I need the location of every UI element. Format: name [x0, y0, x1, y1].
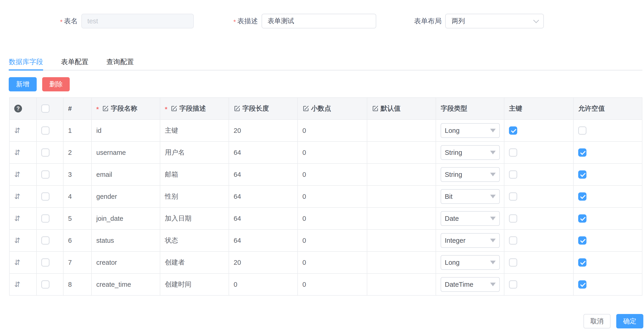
table-cell: Bit — [436, 186, 504, 208]
table-cell — [504, 274, 574, 296]
drag-sort-icon[interactable]: ⇵ — [14, 214, 20, 223]
primary-key-checkbox[interactable] — [509, 258, 517, 267]
row-select-checkbox[interactable] — [41, 258, 50, 267]
drag-sort-icon[interactable]: ⇵ — [14, 170, 20, 179]
form-item-form-layout: 表单布局 两列 — [414, 14, 544, 28]
drag-sort-icon[interactable]: ⇵ — [14, 126, 20, 135]
table-cell — [36, 164, 63, 186]
table-cell — [36, 230, 63, 252]
add-button[interactable]: 新增 — [9, 77, 37, 91]
row-select-checkbox[interactable] — [41, 236, 50, 245]
field-type-select[interactable]: Integer — [441, 233, 500, 248]
drag-sort-icon[interactable]: ⇵ — [14, 192, 20, 201]
field-type-select[interactable]: DateTime — [441, 277, 500, 292]
table-cell: 1 — [63, 120, 92, 142]
col-header-index: # — [63, 98, 92, 120]
table-cell — [367, 274, 436, 296]
caret-down-icon — [490, 173, 496, 176]
chevron-down-icon — [533, 17, 539, 23]
primary-key-checkbox[interactable] — [509, 236, 517, 245]
row-select-checkbox[interactable] — [41, 280, 50, 289]
table-cell: 64 — [229, 164, 298, 186]
field-type-select[interactable]: Date — [441, 211, 500, 226]
table-cell: ⇵ — [10, 252, 36, 274]
table-cell: 0 — [298, 164, 367, 186]
col-header-field-type: 字段类型 — [436, 98, 504, 120]
allow-null-checkbox[interactable] — [578, 170, 586, 179]
primary-key-checkbox[interactable] — [509, 148, 517, 157]
table-desc-input[interactable]: 表单测试 — [262, 14, 376, 28]
table-cell: 0 — [298, 208, 367, 230]
table-cell: 64 — [229, 142, 298, 164]
table-row: ⇵8create_time创建时间00DateTime — [10, 274, 642, 296]
row-select-checkbox[interactable] — [41, 192, 50, 201]
row-select-checkbox[interactable] — [41, 148, 50, 157]
confirm-button[interactable]: 确定 — [616, 314, 643, 329]
form-item-table-name: *表名 test — [60, 14, 194, 28]
allow-null-checkbox[interactable] — [578, 280, 586, 289]
field-type-value: String — [445, 149, 462, 156]
allow-null-checkbox[interactable] — [578, 126, 586, 135]
caret-down-icon — [490, 129, 496, 132]
col-header-default: 默认值 — [367, 98, 436, 120]
field-type-select[interactable]: Long — [441, 255, 500, 270]
field-type-select[interactable]: Bit — [441, 189, 500, 204]
row-select-checkbox[interactable] — [41, 126, 50, 135]
table-row: ⇵1id主键200Long — [10, 120, 642, 142]
table-cell: String — [436, 164, 504, 186]
table-cell: 性别 — [160, 186, 229, 208]
primary-key-checkbox[interactable] — [509, 192, 517, 201]
tab-database-fields[interactable]: 数据库字段 — [9, 54, 43, 70]
allow-null-checkbox[interactable] — [578, 258, 586, 267]
drag-sort-icon[interactable]: ⇵ — [14, 258, 20, 267]
field-type-value: Long — [445, 127, 460, 134]
edit-icon — [302, 105, 309, 112]
field-type-select[interactable]: String — [441, 145, 500, 160]
caret-down-icon — [490, 261, 496, 264]
drag-sort-icon[interactable]: ⇵ — [14, 280, 20, 289]
col-header-help: ? — [10, 98, 36, 120]
col-header-select — [36, 98, 63, 120]
table-row: ⇵6status状态640Integer — [10, 230, 642, 252]
table-cell — [504, 120, 574, 142]
table-cell: 用户名 — [160, 142, 229, 164]
table-cell: email — [92, 164, 160, 186]
required-asterisk: * — [60, 18, 62, 25]
table-cell: id — [92, 120, 160, 142]
table-cell — [367, 142, 436, 164]
table-cell — [367, 208, 436, 230]
table-cell — [367, 120, 436, 142]
select-all-checkbox[interactable] — [41, 104, 50, 113]
drag-sort-icon[interactable]: ⇵ — [14, 148, 20, 157]
drag-sort-icon[interactable]: ⇵ — [14, 236, 20, 245]
tab-form-config[interactable]: 表单配置 — [61, 54, 88, 70]
table-cell: username — [92, 142, 160, 164]
cancel-button[interactable]: 取消 — [584, 314, 610, 329]
field-type-select[interactable]: Long — [441, 123, 500, 138]
caret-down-icon — [490, 151, 496, 154]
caret-down-icon — [490, 195, 496, 198]
table-name-label: *表名 — [60, 16, 78, 26]
field-type-select[interactable]: String — [441, 167, 500, 182]
primary-key-checkbox[interactable] — [509, 170, 517, 179]
row-select-checkbox[interactable] — [41, 214, 50, 223]
table-cell — [504, 164, 574, 186]
primary-key-checkbox[interactable] — [509, 214, 517, 223]
row-select-checkbox[interactable] — [41, 170, 50, 179]
primary-key-checkbox[interactable] — [509, 280, 517, 289]
allow-null-checkbox[interactable] — [578, 148, 586, 157]
allow-null-checkbox[interactable] — [578, 214, 586, 223]
table-cell: 主键 — [160, 120, 229, 142]
table-cell: 0 — [298, 142, 367, 164]
primary-key-checkbox[interactable] — [509, 126, 517, 135]
caret-down-icon — [490, 239, 496, 242]
tab-query-config[interactable]: 查询配置 — [106, 54, 134, 70]
table-cell: 20 — [229, 252, 298, 274]
allow-null-checkbox[interactable] — [578, 192, 586, 201]
help-icon[interactable]: ? — [14, 105, 22, 112]
form-layout-select[interactable]: 两列 — [445, 14, 544, 28]
edit-icon — [234, 105, 240, 112]
table-name-input[interactable]: test — [82, 14, 194, 28]
allow-null-checkbox[interactable] — [578, 236, 586, 245]
delete-button[interactable]: 删除 — [42, 77, 70, 91]
